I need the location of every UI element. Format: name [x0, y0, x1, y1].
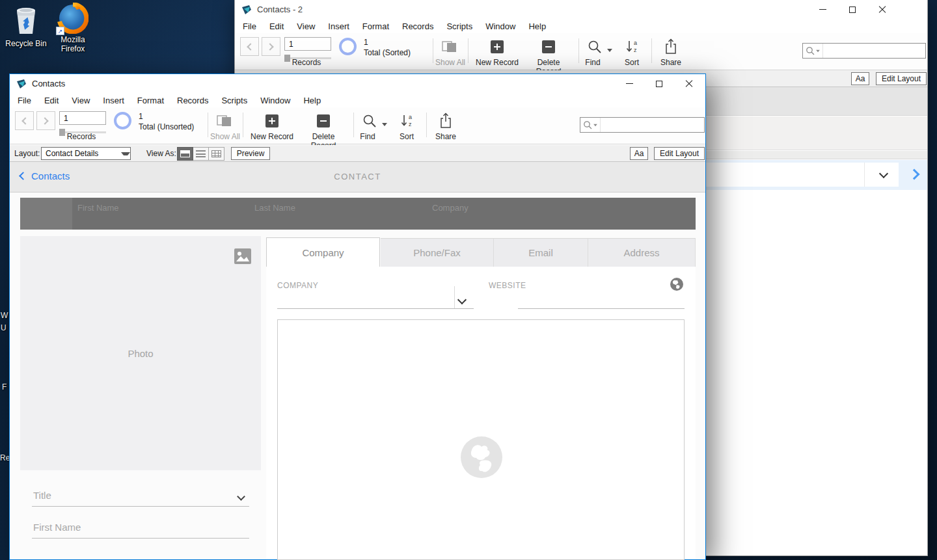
next-record-button[interactable]: [36, 111, 55, 130]
svg-text:a: a: [409, 114, 412, 120]
first-name-field[interactable]: First Name: [32, 507, 249, 539]
band-last-name-field[interactable]: Last Name: [254, 203, 295, 213]
website-field[interactable]: [518, 308, 685, 309]
preview-button[interactable]: Preview: [231, 147, 270, 160]
titlebar[interactable]: Contacts: [10, 74, 705, 93]
total-records: 1 Total (Unsorted): [139, 111, 194, 132]
menu-insert[interactable]: Insert: [96, 94, 131, 107]
formatting-bar-button[interactable]: Aa: [851, 72, 869, 85]
tab-address[interactable]: Address: [588, 238, 696, 267]
found-set-pie-icon[interactable]: [339, 38, 357, 55]
desktop-icon-firefox[interactable]: ↗ Mozilla Firefox: [48, 3, 98, 54]
table-view-icon: [211, 150, 221, 157]
quick-find-input[interactable]: [823, 44, 929, 58]
maximize-button[interactable]: [644, 74, 674, 93]
menu-file[interactable]: File: [11, 94, 38, 107]
menu-edit[interactable]: Edit: [263, 20, 290, 33]
found-set-pie-icon[interactable]: [114, 112, 131, 129]
show-all-icon: [442, 39, 458, 54]
map-web-viewer[interactable]: [277, 319, 685, 560]
tab-email[interactable]: Email: [494, 238, 588, 267]
tab-company[interactable]: Company: [266, 237, 380, 267]
find-button[interactable]: Find: [578, 58, 607, 67]
title-field[interactable]: Title: [32, 472, 249, 507]
window-title: Contacts - 2: [257, 5, 303, 14]
menu-view[interactable]: View: [290, 20, 321, 33]
edit-layout-button[interactable]: Edit Layout: [876, 72, 927, 85]
find-dropdown-caret-icon[interactable]: [382, 123, 387, 126]
menu-window[interactable]: Window: [479, 20, 522, 33]
menu-help[interactable]: Help: [297, 94, 327, 107]
new-record-icon: [491, 40, 504, 53]
globe-icon[interactable]: [670, 277, 684, 291]
new-record-button[interactable]: New Record: [474, 58, 520, 67]
menu-help[interactable]: Help: [522, 20, 552, 33]
menu-window[interactable]: Window: [254, 94, 297, 107]
chevron-right-icon: [266, 43, 273, 50]
last-name-field[interactable]: Last Name: [32, 539, 249, 560]
layout-dropdown[interactable]: Contact Details: [41, 147, 131, 160]
menu-format[interactable]: Format: [356, 20, 396, 33]
minimize-icon: [626, 83, 633, 84]
tab-phone-fax[interactable]: Phone/Fax: [381, 238, 494, 267]
find-button[interactable]: Find: [353, 132, 382, 141]
menu-view[interactable]: View: [65, 94, 96, 107]
minimize-button[interactable]: [808, 0, 837, 19]
menu-file[interactable]: File: [236, 20, 263, 33]
menu-records[interactable]: Records: [396, 20, 440, 33]
close-icon: [878, 6, 886, 14]
menu-scripts[interactable]: Scripts: [440, 20, 479, 33]
menu-edit[interactable]: Edit: [38, 94, 65, 107]
show-all-button[interactable]: Show All: [430, 58, 470, 67]
find-dropdown-caret-icon[interactable]: [607, 49, 612, 52]
formatting-bar-button[interactable]: Aa: [630, 147, 648, 160]
chevron-down-icon[interactable]: [879, 169, 888, 178]
prev-record-button[interactable]: [240, 37, 259, 56]
band-company-field[interactable]: Company: [432, 203, 468, 213]
desktop-edge-fragment: F: [2, 382, 7, 392]
edit-layout-button[interactable]: Edit Layout: [654, 147, 705, 160]
menu-insert[interactable]: Insert: [321, 20, 356, 33]
view-form-button[interactable]: [177, 147, 193, 161]
sort-button[interactable]: Sort: [392, 132, 421, 141]
total-label: Total (Unsorted): [139, 122, 194, 132]
desktop-icon-recycle-bin[interactable]: Recycle Bin: [1, 4, 51, 49]
close-button[interactable]: [674, 74, 704, 93]
filemaker-app-icon: [16, 79, 27, 89]
sort-button[interactable]: Sort: [618, 58, 646, 67]
company-field[interactable]: [277, 308, 474, 309]
next-record-button[interactable]: [262, 37, 280, 56]
view-table-button[interactable]: [208, 147, 224, 161]
photo-field[interactable]: Photo: [20, 236, 261, 470]
record-number-field[interactable]: [59, 111, 106, 125]
company-label: COMPANY: [277, 281, 318, 290]
quick-find-box[interactable]: [802, 43, 926, 59]
prev-record-button[interactable]: [15, 111, 34, 130]
svg-text:z: z: [634, 47, 637, 53]
go-arrow-icon[interactable]: [909, 169, 920, 180]
share-button[interactable]: Share: [655, 58, 686, 67]
delete-record-icon: [542, 40, 555, 53]
menu-records[interactable]: Records: [170, 94, 215, 107]
quick-find-input[interactable]: [601, 118, 707, 132]
close-button[interactable]: [867, 0, 897, 19]
share-button[interactable]: Share: [430, 132, 461, 141]
page-title: CONTACT: [10, 172, 705, 181]
shortcut-arrow-icon: ↗: [56, 27, 64, 35]
desktop-edge-fragment: W: [1, 311, 8, 320]
menu-scripts[interactable]: Scripts: [215, 94, 254, 107]
recycle-bin-icon: [12, 4, 40, 35]
menu-format[interactable]: Format: [131, 94, 170, 107]
record-number-field[interactable]: [284, 37, 331, 51]
view-list-button[interactable]: [193, 147, 209, 161]
maximize-button[interactable]: [837, 0, 867, 19]
show-all-button[interactable]: Show All: [205, 132, 245, 141]
photo-placeholder: Photo: [20, 348, 261, 359]
new-record-button[interactable]: New Record: [249, 132, 295, 141]
chevron-down-icon[interactable]: [457, 295, 467, 304]
band-first-name-field[interactable]: First Name: [77, 203, 119, 213]
status-toolbar: Records 1 Total (Unsorted) Show All New …: [10, 107, 705, 144]
minimize-button[interactable]: [614, 74, 644, 93]
quick-find-box[interactable]: [580, 117, 705, 133]
name-band: First Name Last Name Company: [20, 198, 696, 230]
